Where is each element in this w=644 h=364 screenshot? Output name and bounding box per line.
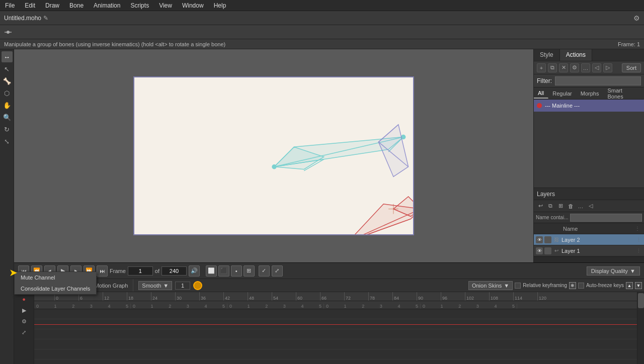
tool-select[interactable]: ⬡ — [2, 87, 13, 99]
secondary-ruler: 012345 012345 012345 012345 012345 — [34, 301, 637, 309]
layer-row-layer2[interactable]: 👁 ⛓ Layer 2 ⋮ — [534, 234, 644, 245]
ruler-tick-90: 90 — [417, 292, 441, 301]
menu-file[interactable]: File — [0, 1, 20, 10]
timeline-left-icons: ● ▶ ⚙ ⤢ — [14, 292, 34, 364]
of-label: of — [155, 268, 159, 274]
view-split-v-icon[interactable]: ▪ — [231, 265, 242, 277]
expand-icon[interactable]: ⤢ — [272, 265, 283, 277]
layers-delete-icon[interactable]: 🗑 — [566, 202, 575, 211]
layers-new-icon[interactable]: ↩ — [536, 202, 545, 211]
current-frame-input[interactable] — [128, 266, 153, 276]
morphs-tab-all[interactable]: All — [534, 88, 548, 99]
action-extra-icon[interactable]: … — [581, 63, 590, 72]
menu-draw[interactable]: Draw — [40, 1, 64, 10]
edit-icon[interactable]: ✎ — [43, 15, 48, 22]
tool-rotate[interactable]: ↻ — [2, 124, 13, 135]
smooth-value-input[interactable] — [175, 282, 190, 290]
freeze-icon[interactable]: ❄ — [569, 282, 576, 289]
onion-skins-btn[interactable]: Onion Skins ▼ — [468, 281, 513, 290]
canvas-area[interactable] — [14, 49, 533, 262]
timeline-body: ● ▶ ⚙ ⤢ 0 6 12 18 24 30 36 — [14, 292, 644, 364]
timeline-icon-expand[interactable]: ⤢ — [19, 327, 29, 337]
morphs-tab-regular[interactable]: Regular — [548, 89, 577, 98]
layer2-visibility-icon[interactable]: 👁 — [536, 236, 543, 243]
filter-input[interactable] — [555, 76, 641, 85]
name-contains-label: Name contai... — [536, 215, 568, 220]
menu-edit[interactable]: Edit — [20, 1, 40, 10]
relative-keyframing-checkbox[interactable]: Relative keyframing — [515, 283, 567, 289]
ruler-tick-24: 24 — [151, 292, 175, 301]
auto-freeze-checkbox[interactable]: Auto-freeze keys — [578, 283, 624, 289]
tool-pointer[interactable]: ↖ — [2, 63, 13, 74]
layers-extra-icon[interactable]: … — [576, 202, 585, 211]
new-action-icon[interactable]: + — [537, 63, 546, 72]
name-contains-row: Name contai... — [534, 212, 644, 223]
sort-row: + ⧉ ✕ ⚙ … ◁ ▷ Sort — [534, 61, 644, 74]
chevron-down-icon: ▼ — [630, 268, 635, 274]
context-menu-consolidate[interactable]: Consolidate Layer Channels — [15, 283, 96, 294]
menubar: File Edit Draw Bone Animation Scripts Vi… — [0, 0, 644, 11]
delete-action-icon[interactable]: ✕ — [559, 63, 568, 72]
timeline-scrollbar-v[interactable] — [637, 292, 644, 364]
ruler-tick-36: 36 — [199, 292, 223, 301]
name-contains-input[interactable] — [570, 214, 642, 222]
morphs-tab-smartbones[interactable]: Smart Bones — [603, 86, 644, 101]
morphs-tabs: All Regular Morphs Smart Bones — [534, 87, 644, 100]
svg-marker-11 — [378, 125, 408, 177]
layer1-extra-icon: ⋮ — [635, 247, 642, 254]
mainline-item[interactable]: --- Mainline --- — [534, 100, 644, 112]
layers-collapse-icon[interactable]: ◁ — [586, 202, 595, 211]
layers-title: Layers — [537, 191, 555, 198]
layers-duplicate-icon[interactable]: ⧉ — [546, 202, 555, 211]
keyframe-icon[interactable] — [193, 281, 202, 290]
settings-icon[interactable]: ⚙ — [633, 14, 640, 22]
layer1-name: Layer 1 — [561, 248, 633, 254]
scrollbar-thumb-v[interactable] — [638, 293, 644, 308]
audio-btn[interactable]: 🔊 — [189, 265, 200, 277]
tool-transform[interactable]: ↔ — [2, 51, 13, 62]
track-rows-container — [34, 309, 637, 364]
view-split-h-icon[interactable]: ⬛ — [218, 265, 229, 277]
menu-view[interactable]: View — [154, 1, 177, 10]
sort-button[interactable]: Sort — [622, 63, 641, 72]
onion-skins-arrow: ▼ — [504, 283, 509, 289]
timeline-tracks[interactable]: 0 6 12 18 24 30 36 42 48 54 60 66 72 78 — [34, 292, 637, 364]
action-expand-icon[interactable]: ▷ — [603, 63, 612, 72]
timeline-icon-play[interactable]: ▶ — [19, 305, 29, 315]
btn-go-end[interactable]: ⏭ — [97, 265, 108, 277]
freeze-down-icon[interactable]: ▼ — [635, 282, 642, 289]
bottom-area: ⏮ ⏪ ◂ ▶ ▸ ⏩ ⏭ Frame of 🔊 ⬜ ⬛ ▪ ⊞ ✓ — [14, 262, 644, 364]
duplicate-action-icon[interactable]: ⧉ — [548, 63, 557, 72]
timeline-icon-settings[interactable]: ⚙ — [19, 316, 29, 326]
timeline-icon-record[interactable]: ● — [19, 294, 29, 304]
smooth-dropdown[interactable]: Smooth ▼ — [138, 281, 172, 290]
display-quality-btn[interactable]: Display Quality ▼ — [587, 266, 640, 276]
layers-scrollbar[interactable] — [534, 256, 644, 262]
morphs-tab-morphs[interactable]: Morphs — [577, 89, 604, 98]
freeze-up-icon[interactable]: ▲ — [626, 282, 633, 289]
end-frame-input[interactable] — [162, 266, 187, 276]
menu-window[interactable]: Window — [177, 1, 209, 10]
menu-scripts[interactable]: Scripts — [125, 1, 154, 10]
tool-pan[interactable]: ✋ — [2, 100, 13, 111]
view-quad-icon[interactable]: ⊞ — [244, 265, 255, 277]
title-text: Untitled.moho — [4, 15, 41, 22]
tab-style[interactable]: Style — [534, 49, 560, 61]
menu-bone[interactable]: Bone — [64, 1, 89, 10]
tool-zoom[interactable]: 🔍 — [2, 112, 13, 123]
tool-scale[interactable]: ⤡ — [2, 136, 13, 147]
menu-animation[interactable]: Animation — [89, 1, 125, 10]
layers-group-icon[interactable]: ⊞ — [556, 202, 565, 211]
display-quality-label: Display Quality — [591, 268, 628, 274]
view-single-icon[interactable]: ⬜ — [206, 265, 217, 277]
layer-row-layer1[interactable]: 👁 ↩ Layer 1 ⋮ — [534, 245, 644, 256]
action-settings-icon[interactable]: ⚙ — [570, 63, 579, 72]
tool-bone[interactable]: 🦴 — [2, 75, 13, 86]
manipulate-bones-tool[interactable] — [3, 27, 13, 37]
check-icon[interactable]: ✓ — [259, 265, 270, 277]
action-collapse-icon[interactable]: ◁ — [592, 63, 601, 72]
layer1-visibility-icon[interactable]: 👁 — [536, 247, 543, 254]
context-menu-mute[interactable]: Mute Channel — [15, 272, 96, 283]
menu-help[interactable]: Help — [209, 1, 231, 10]
tab-actions[interactable]: Actions — [560, 49, 592, 61]
